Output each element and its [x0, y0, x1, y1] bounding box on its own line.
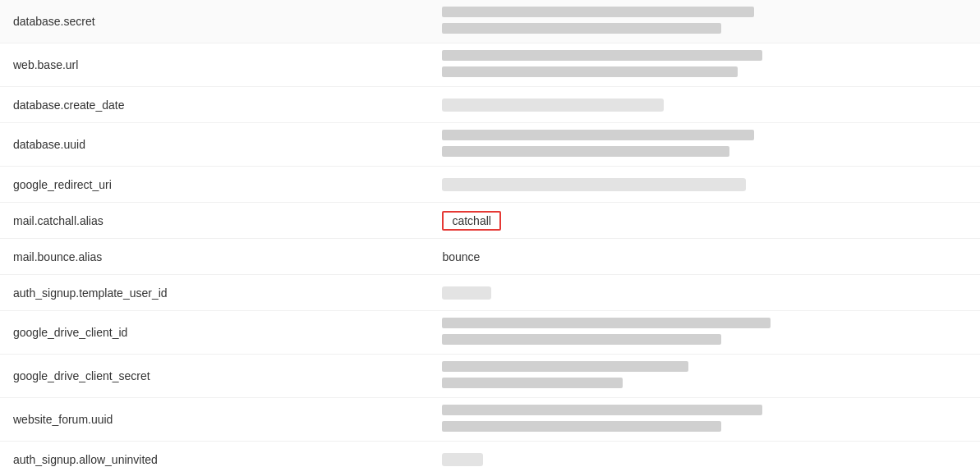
table-row: google_drive_client_secret [0, 355, 980, 398]
row-value [442, 98, 967, 112]
table-row: database.secret [0, 0, 980, 43]
table-row: database.uuid [0, 123, 980, 167]
table-row: mail.bounce.aliasbounce [0, 239, 980, 275]
row-key: website_forum.uuid [13, 413, 442, 426]
row-value [442, 405, 967, 434]
row-value [442, 50, 967, 80]
row-key: auth_signup.allow_uninvited [13, 453, 442, 466]
row-value [442, 130, 967, 159]
row-key: database.secret [13, 15, 442, 28]
row-value[interactable]: catchall [442, 211, 967, 231]
row-key: database.create_date [13, 98, 442, 112]
row-key: google_redirect_uri [13, 178, 442, 191]
row-key: mail.bounce.alias [13, 250, 442, 263]
row-value: bounce [442, 250, 967, 263]
row-key: web.base.url [13, 58, 442, 71]
table-row: website_forum.uuid [0, 398, 980, 442]
table-row: database.create_date [0, 87, 980, 123]
settings-table: database.secretweb.base.urldatabase.crea… [0, 0, 980, 467]
catchall-badge[interactable]: catchall [442, 211, 500, 231]
table-row: google_redirect_uri [0, 167, 980, 203]
row-key: auth_signup.template_user_id [13, 286, 442, 300]
row-key: google_drive_client_id [13, 326, 442, 339]
row-value [442, 178, 967, 191]
row-value [442, 318, 967, 347]
table-row: web.base.url [0, 43, 980, 87]
row-value [442, 361, 967, 391]
table-row: mail.catchall.aliascatchall [0, 203, 980, 239]
table-row: auth_signup.template_user_id [0, 275, 980, 311]
table-row: google_drive_client_id [0, 311, 980, 355]
row-key: google_drive_client_secret [13, 369, 442, 382]
row-key: mail.catchall.alias [13, 214, 442, 227]
row-value [442, 7, 967, 36]
row-key: database.uuid [13, 138, 442, 151]
row-value [442, 286, 967, 300]
row-value [442, 453, 967, 466]
table-row: auth_signup.allow_uninvited [0, 442, 980, 467]
